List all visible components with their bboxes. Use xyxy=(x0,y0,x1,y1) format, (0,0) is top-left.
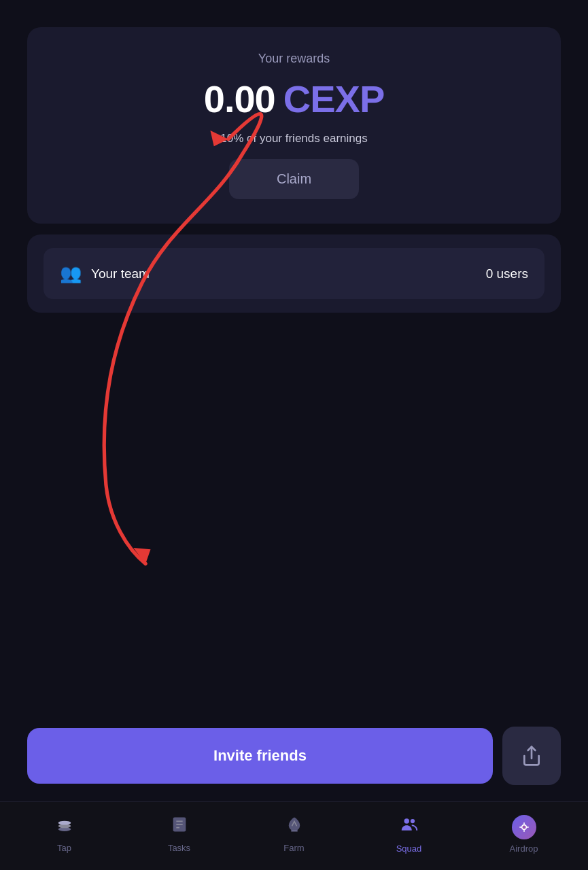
claim-button[interactable]: Claim xyxy=(229,159,359,199)
rewards-card: Your rewards 0.00 CEXP 10% of your frien… xyxy=(27,27,561,224)
rewards-currency: CEXP xyxy=(283,77,385,121)
share-button[interactable] xyxy=(502,727,561,785)
bottom-nav: Tap Tasks Farm xyxy=(0,801,588,870)
svg-point-11 xyxy=(404,818,409,824)
invite-friends-button[interactable]: Invite friends xyxy=(27,728,493,784)
team-row[interactable]: 👥 Your team 0 users xyxy=(44,248,544,299)
svg-point-14 xyxy=(522,825,525,829)
share-icon xyxy=(521,745,542,767)
farm-icon xyxy=(285,815,304,839)
team-label: Your team xyxy=(91,266,150,281)
team-section: 👥 Your team 0 users xyxy=(27,234,561,313)
rewards-amount: 0.00 CEXP xyxy=(204,77,385,121)
nav-item-farm[interactable]: Farm xyxy=(267,815,322,853)
tasks-icon xyxy=(170,815,189,839)
svg-point-12 xyxy=(410,819,414,823)
team-left: 👥 Your team xyxy=(60,263,150,284)
nav-item-tasks[interactable]: Tasks xyxy=(152,815,207,853)
nav-label-tasks: Tasks xyxy=(168,843,190,853)
team-icon: 👥 xyxy=(60,263,82,284)
nav-label-tap: Tap xyxy=(57,843,71,853)
nav-label-farm: Farm xyxy=(283,843,304,853)
tap-icon xyxy=(55,815,74,839)
rewards-description: 10% of your friends earnings xyxy=(220,132,367,145)
nav-item-squad[interactable]: Squad xyxy=(382,814,436,854)
squad-icon xyxy=(399,814,419,839)
airdrop-icon xyxy=(512,815,536,839)
nav-item-tap[interactable]: Tap xyxy=(37,815,92,853)
nav-label-airdrop: Airdrop xyxy=(510,843,538,854)
nav-label-squad: Squad xyxy=(396,843,422,854)
team-users-count: 0 users xyxy=(486,266,528,281)
nav-item-airdrop[interactable]: Airdrop xyxy=(497,815,551,854)
rewards-number: 0.00 xyxy=(204,77,275,121)
rewards-label: Your rewards xyxy=(258,52,330,66)
bottom-actions: Invite friends xyxy=(0,713,588,801)
svg-point-5 xyxy=(58,821,71,825)
